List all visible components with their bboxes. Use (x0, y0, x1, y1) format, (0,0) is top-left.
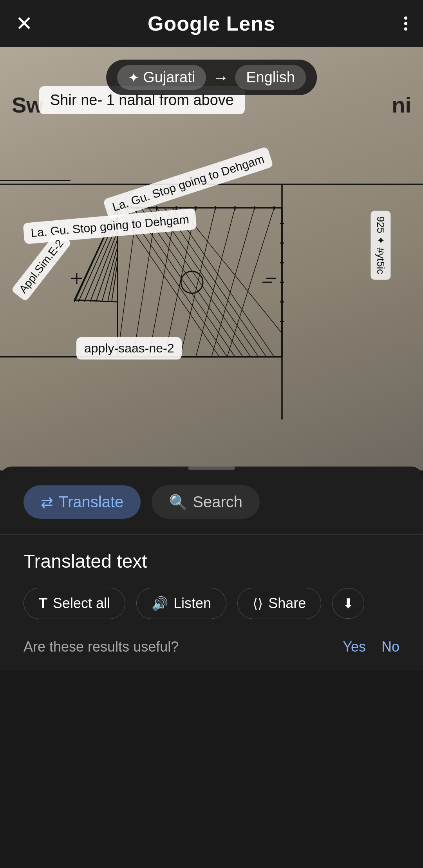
divider (0, 534, 423, 535)
feedback-yes-button[interactable]: Yes (343, 639, 366, 655)
feedback-actions: Yes No (343, 639, 400, 655)
more-dot (404, 22, 407, 25)
share-label: Share (268, 595, 306, 612)
close-button[interactable]: ✕ (16, 13, 33, 34)
source-language-label: Gujarati (143, 69, 195, 86)
tab-search[interactable]: 🔍 Search (152, 485, 260, 519)
action-buttons-row: T Select all 🔊 Listen ⟨⟩ Share ⬇ (24, 588, 400, 619)
sparkle-icon: ✦ (128, 70, 139, 85)
language-arrow: → (212, 68, 229, 87)
text-icon: T (39, 595, 47, 612)
target-language-label: English (246, 69, 295, 86)
feedback-question: Are these results useful? (24, 639, 179, 655)
listen-label: Listen (174, 595, 211, 612)
download-button[interactable]: ⬇ (332, 588, 364, 619)
partial-text-sw: Sw (0, 92, 43, 118)
drag-handle[interactable] (188, 467, 235, 470)
share-button[interactable]: ⟨⟩ Share (237, 588, 321, 619)
select-all-label: Select all (53, 595, 110, 612)
language-selector: ✦ Gujarati → English (106, 60, 317, 95)
title-bold: Lens (226, 12, 275, 35)
more-menu-button[interactable] (404, 12, 407, 35)
translate-icon: ⇄ (41, 494, 53, 511)
source-language-button[interactable]: ✦ Gujarati (117, 65, 206, 90)
camera-view: ✦ Gujarati → English Sw ni Shir ne- 1 na… (0, 47, 423, 470)
listen-button[interactable]: 🔊 Listen (136, 588, 226, 619)
search-icon: 🔍 (169, 494, 187, 511)
tab-translate-label: Translate (59, 493, 123, 511)
partial-text-ni: ni (392, 92, 423, 118)
speaker-icon: 🔊 (152, 596, 168, 611)
feedback-no-button[interactable]: No (381, 639, 400, 655)
bottom-panel: ⇄ Translate 🔍 Search Translated text T S… (0, 467, 423, 671)
select-all-button[interactable]: T Select all (24, 588, 125, 619)
translated-text-title: Translated text (24, 550, 400, 572)
tab-translate[interactable]: ⇄ Translate (24, 485, 141, 519)
tab-search-label: Search (193, 493, 242, 511)
translation-overlay-right: 925 ✦ #yt5ic (371, 211, 391, 280)
top-bar: ✕ Google Lens (0, 0, 423, 47)
feedback-row: Are these results useful? Yes No (24, 639, 400, 655)
title-normal: Google (148, 12, 226, 35)
more-dot (404, 27, 407, 31)
target-language-button[interactable]: English (235, 65, 306, 90)
share-icon: ⟨⟩ (253, 596, 263, 611)
translation-overlay-apply-saas: apply-saas-ne-2 (76, 337, 182, 360)
more-dot (404, 16, 407, 20)
download-icon: ⬇ (343, 596, 354, 611)
translated-text-section: Translated text T Select all 🔊 Listen ⟨⟩… (0, 550, 423, 655)
app-title: Google Lens (148, 12, 275, 35)
tab-row: ⇄ Translate 🔍 Search (0, 485, 423, 534)
